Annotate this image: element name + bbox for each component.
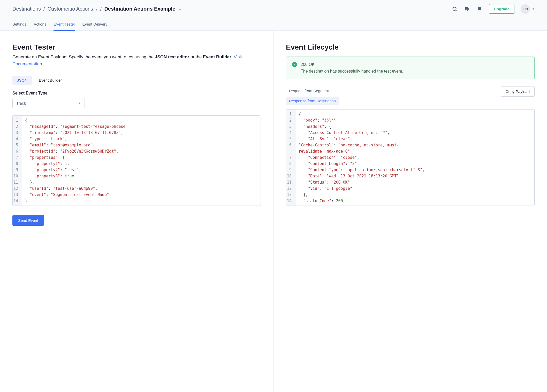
breadcrumb-parent[interactable]: Customer.io Actions ▼ [48, 6, 98, 12]
check-circle-icon: ✓ [292, 62, 297, 67]
upgrade-button[interactable]: Upgrade [489, 4, 514, 14]
svg-line-1 [456, 10, 457, 11]
alert-message: The destination has successfully handled… [301, 68, 403, 74]
tab-settings[interactable]: Settings [12, 19, 26, 31]
payload-editor[interactable]: 1234567891011121314 { "messageId": "segm… [12, 115, 261, 206]
line-gutter: 123456 7891011121314 [286, 109, 295, 206]
user-menu[interactable]: CN ▼ [521, 4, 535, 14]
response-viewer: 123456 7891011121314 { "body": "{}\n", "… [286, 109, 535, 206]
caret-down-icon: ▼ [179, 8, 181, 11]
mode-tab-builder[interactable]: Event Builder [34, 76, 66, 85]
tab-response[interactable]: Response from Destination [286, 97, 339, 105]
event-type-select[interactable]: Track ▼ [12, 98, 85, 108]
bell-icon[interactable] [476, 6, 483, 12]
event-type-label: Select Event Type [12, 91, 261, 96]
breadcrumb-separator: / [100, 6, 102, 12]
avatar: CN [521, 4, 530, 14]
caret-down-icon: ▼ [532, 7, 535, 10]
tab-event-tester[interactable]: Event Tester [54, 19, 75, 31]
payload-code[interactable]: { "messageId": "segment-test-message-bhc… [22, 116, 261, 206]
success-alert: ✓ 200 OK The destination has successfull… [286, 57, 535, 79]
line-gutter: 1234567891011121314 [13, 116, 22, 206]
page-title: Event Tester [12, 43, 261, 51]
page-subtitle: Generate an Event Payload. Specify the e… [12, 53, 261, 67]
caret-down-icon: ▼ [95, 8, 98, 11]
tab-request[interactable]: Request from Segment [286, 87, 339, 95]
mode-tab-json[interactable]: JSON [12, 76, 32, 85]
alert-status: 200 OK [301, 61, 403, 68]
tab-actions[interactable]: Actions [34, 19, 46, 31]
send-event-button[interactable]: Send Event [12, 215, 44, 226]
tab-event-delivery[interactable]: Event Delivery [82, 19, 108, 31]
page-tabs: Settings Actions Event Tester Event Deli… [12, 19, 535, 30]
caret-down-icon: ▼ [78, 102, 81, 105]
breadcrumb-separator: / [43, 6, 45, 12]
copy-payload-button[interactable]: Copy Payload [501, 87, 535, 97]
search-icon[interactable] [452, 6, 458, 12]
svg-point-0 [453, 7, 456, 10]
messages-icon[interactable] [464, 6, 470, 12]
breadcrumb-current[interactable]: Destination Actions Example ▼ [104, 6, 181, 12]
lifecycle-title: Event Lifecycle [286, 43, 535, 51]
breadcrumb: Destinations / Customer.io Actions ▼ / D… [12, 6, 181, 12]
breadcrumb-root[interactable]: Destinations [12, 6, 41, 12]
response-code: { "body": "{}\n", "headers": { "Access-C… [295, 109, 534, 206]
